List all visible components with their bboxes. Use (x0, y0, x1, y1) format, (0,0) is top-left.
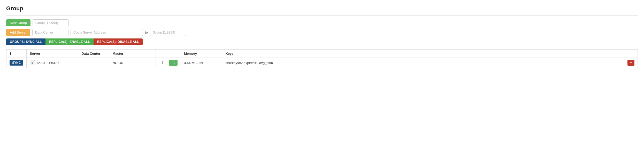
wrench-button[interactable]: 🔧 (169, 60, 178, 66)
col-header-check (156, 50, 166, 58)
title-divider (6, 15, 638, 16)
col-header-keys: Keys (222, 50, 624, 58)
sync-all-button[interactable]: GROUPS: SYNC ALL (6, 38, 45, 45)
to-label: to (145, 30, 148, 34)
checkbox-cell[interactable] (156, 58, 166, 68)
replica-disable-button[interactable]: REPLICA(S): DISABLE ALL (94, 38, 143, 45)
col-header-action1 (166, 50, 181, 58)
data-center-input[interactable] (32, 29, 68, 36)
sync-cell: SYNC (6, 58, 27, 68)
group-number-input2[interactable] (150, 29, 186, 36)
data-center-cell (78, 58, 109, 68)
new-group-row: New Group (6, 19, 638, 26)
memory-cell: 4.44 MB / INF. (181, 58, 222, 68)
keys-cell: db0:keys=2,expires=0,avg_ttl=0 (222, 58, 624, 68)
col-header-dc: Data Center (78, 50, 109, 58)
new-group-button[interactable]: New Group (6, 19, 30, 26)
codis-server-input[interactable] (71, 29, 143, 36)
page-title: Group (6, 5, 638, 12)
col-header-server: Server (27, 50, 78, 58)
table-row: SYNC S 127.0.0.1:6379 NO:ONE 🔧 4.44 MB /… (6, 58, 638, 68)
col-header-memory: Memory (181, 50, 222, 58)
group-number-input[interactable] (33, 19, 69, 26)
group-table: 1 Server Data Center Master Memory Keys … (6, 49, 638, 68)
table-header-row: 1 Server Data Center Master Memory Keys (6, 50, 638, 58)
add-server-button[interactable]: Add Server (6, 29, 30, 36)
action-buttons-row: GROUPS: SYNC ALL REPLICA(S): ENABLE ALL … (6, 38, 638, 45)
server-address: 127.0.0.1:6379 (36, 61, 59, 65)
server-type-badge: S (30, 60, 35, 65)
wrench-cell: 🔧 (166, 58, 181, 68)
replica-enable-button[interactable]: REPLICA(S): ENABLE ALL (45, 38, 94, 45)
server-cell: S 127.0.0.1:6379 (27, 58, 78, 68)
col-header-num: 1 (6, 50, 27, 58)
row-checkbox[interactable] (159, 61, 163, 64)
remove-cell: − (624, 58, 638, 68)
col-header-action2 (624, 50, 638, 58)
col-header-master: Master (109, 50, 156, 58)
sync-button[interactable]: SYNC (10, 60, 23, 66)
master-cell: NO:ONE (109, 58, 156, 68)
add-server-row: Add Server to (6, 29, 638, 36)
remove-button[interactable]: − (627, 60, 634, 66)
